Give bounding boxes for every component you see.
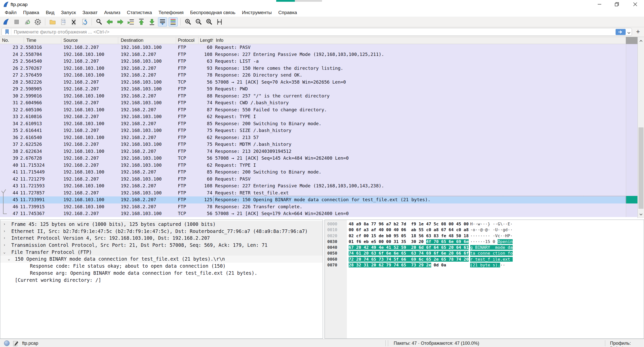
menu-item-9[interactable]: Беспроводная связь — [187, 9, 239, 16]
expander-open-icon[interactable]: ⌄ — [8, 256, 10, 263]
packet-row-23[interactable]: 232.558316192.168.2.207192.168.103.100FT… — [0, 44, 626, 51]
expander-closed-icon[interactable]: › — [3, 228, 6, 235]
colorize-packets-icon[interactable] — [169, 17, 178, 26]
column-header-time[interactable]: Time — [24, 37, 61, 44]
hex-row-0040[interactable]: 004067 20 42 49 4e 41 52 59 20 6d 6f 64 … — [325, 245, 644, 250]
packet-row-45[interactable]: 4511.733991192.168.103.100192.168.2.207F… — [0, 196, 626, 203]
zoom-in-icon[interactable] — [183, 17, 192, 26]
column-header-info[interactable]: Info — [213, 37, 626, 44]
detail-row-9[interactable]: [Current working directory: /] — [0, 277, 323, 284]
scrollbar-thumb[interactable] — [638, 127, 643, 209]
auto-scroll-icon[interactable] — [158, 17, 167, 26]
menu-item-8[interactable]: Телефония — [155, 9, 187, 16]
expert-info-icon[interactable] — [4, 340, 10, 346]
packet-row-28[interactable]: 282.582226192.168.2.207192.168.103.100TC… — [0, 79, 626, 86]
start-capture-fin-icon[interactable] — [2, 17, 11, 26]
restore-button[interactable] — [609, 0, 625, 9]
detail-row-8[interactable]: Response arg: Opening BINARY mode data c… — [0, 270, 323, 277]
go-first-packet-icon[interactable] — [137, 17, 146, 26]
hex-row-0030[interactable]: 003001 f6 eb e5 00 00 31 35 30 20 4f 70 … — [325, 239, 644, 245]
hex-row-0070[interactable]: 007028 32 31 20 62 79 74 65 73 29 2e 0d … — [325, 262, 644, 268]
packet-row-39[interactable]: 392.676728192.168.2.207192.168.103.100TC… — [0, 155, 626, 162]
detail-row-6[interactable]: ⌄150 Opening BINARY mode data connection… — [0, 256, 323, 263]
packet-row-26[interactable]: 262.570267192.168.103.100192.168.2.207FT… — [0, 65, 626, 72]
packet-row-32[interactable]: 322.605106192.168.103.100192.168.2.207FT… — [0, 107, 626, 114]
packet-row-36[interactable]: 362.616540192.168.103.100192.168.2.207FT… — [0, 134, 626, 141]
menu-item-10[interactable]: Инструменты — [239, 9, 275, 16]
minimize-button[interactable] — [591, 0, 608, 9]
packet-row-38[interactable]: 382.622634192.168.103.100192.168.2.207FT… — [0, 148, 626, 155]
capture-comment-icon[interactable] — [13, 340, 19, 346]
menu-item-6[interactable]: Анализ — [101, 9, 124, 16]
open-file-folder-icon[interactable] — [48, 17, 57, 26]
find-packet-icon[interactable] — [95, 17, 104, 26]
packet-row-27[interactable]: 272.576459192.168.103.100192.168.2.207FT… — [0, 72, 626, 79]
column-header-source[interactable]: Source — [61, 37, 118, 44]
packet-row-43[interactable]: 4311.721593192.168.103.100192.168.2.207F… — [0, 183, 626, 190]
expander-closed-icon[interactable]: › — [3, 235, 6, 242]
column-header-destination[interactable]: Destination — [118, 37, 176, 44]
expander-closed-icon[interactable]: › — [3, 221, 6, 228]
hex-row-0020[interactable]: 002002 cf 00 15 de b0 95 05 18 56 63 83 … — [325, 233, 644, 239]
intelligent-scrollbar-minimap[interactable] — [626, 44, 637, 217]
display-filter-input[interactable]: Примените фильтр отображения ... <Ctrl-/… — [2, 28, 632, 36]
go-last-packet-icon[interactable] — [147, 17, 156, 26]
add-filter-button[interactable]: + — [634, 28, 642, 35]
packet-row-47[interactable]: 4711.745367192.168.2.207192.168.103.100T… — [0, 210, 626, 217]
packet-row-34[interactable]: 342.610913192.168.103.100192.168.2.207FT… — [0, 120, 626, 127]
column-header-no[interactable]: No. — [0, 37, 24, 44]
resize-columns-icon[interactable] — [215, 17, 224, 26]
packet-row-29[interactable]: 292.598905192.168.2.207192.168.103.100FT… — [0, 86, 626, 93]
hex-row-0000[interactable]: 000048 a9 8a 77 96 a7 b2 7d f9 1e 47 5c … — [325, 221, 644, 227]
expander-open-icon[interactable]: ⌄ — [3, 249, 6, 256]
scroll-up-button[interactable] — [638, 37, 644, 45]
menu-item-4[interactable]: Запуск — [58, 9, 79, 16]
close-button[interactable] — [627, 0, 643, 9]
zoom-reset-icon[interactable] — [205, 17, 214, 26]
packet-row-31[interactable]: 312.604966192.168.2.207192.168.103.100FT… — [0, 99, 626, 107]
detail-row-3[interactable]: ›Internet Protocol Version 4, Src: 192.1… — [0, 235, 323, 242]
go-to-packet-icon[interactable] — [126, 17, 135, 26]
save-file-icon[interactable]: 01011010 — [59, 17, 68, 26]
filter-bookmark-icon[interactable] — [3, 29, 11, 35]
menu-item-5[interactable]: Захват — [79, 9, 101, 16]
menu-item-11[interactable]: Справка — [275, 9, 300, 16]
packet-row-40[interactable]: 4011.715324192.168.2.207192.168.103.100F… — [0, 162, 626, 169]
hex-row-0010[interactable]: 001000 6f a3 af 40 00 40 06 ab 55 c0 a8 … — [325, 227, 644, 233]
filter-dropdown-caret[interactable] — [627, 31, 631, 35]
zoom-out-icon[interactable] — [194, 17, 203, 26]
go-back-icon[interactable] — [105, 17, 114, 26]
go-forward-icon[interactable] — [116, 17, 125, 26]
reload-file-icon[interactable] — [80, 17, 89, 26]
detail-row-5[interactable]: ⌄File Transfer Protocol (FTP) — [0, 249, 323, 256]
restart-capture-icon[interactable] — [23, 17, 32, 26]
packet-row-37[interactable]: 372.622526192.168.2.207192.168.103.100FT… — [0, 141, 626, 148]
menu-item-3[interactable]: Вид — [43, 9, 58, 16]
packet-row-25[interactable]: 252.564540192.168.2.207192.168.103.100FT… — [0, 58, 626, 65]
column-header-length[interactable]: Length — [198, 37, 213, 44]
status-profile[interactable]: Профиль: Default — [610, 341, 644, 347]
packet-row-35[interactable]: 352.616441192.168.2.207192.168.103.100FT… — [0, 127, 626, 134]
packet-row-24[interactable]: 242.558704192.168.103.100192.168.2.207FT… — [0, 51, 626, 58]
expander-closed-icon[interactable]: › — [3, 242, 6, 249]
menu-item-1[interactable]: Файл — [2, 9, 20, 16]
menu-item-2[interactable]: Правка — [20, 9, 43, 16]
detail-row-1[interactable]: ›Frame 45: 125 bytes on wire (1000 bits)… — [0, 221, 323, 228]
scroll-down-button[interactable] — [638, 211, 644, 218]
hex-row-0060[interactable]: 006072 20 74 65 73 74 5f 66 69 6c 65 2e … — [325, 256, 644, 262]
menu-item-7[interactable]: Статистика — [124, 9, 155, 16]
packet-row-46[interactable]: 4611.739915192.168.103.100192.168.2.207F… — [0, 203, 626, 211]
detail-row-2[interactable]: ›Ethernet II, Src: b2:7d:f9:1e:47:5c (b2… — [0, 228, 323, 235]
packet-row-41[interactable]: 4111.715449192.168.103.100192.168.2.207F… — [0, 169, 626, 176]
hex-row-0050[interactable]: 005074 61 20 63 6f 6e 6e 65 63 74 69 6f … — [325, 250, 644, 256]
packet-row-33[interactable]: 332.610816192.168.2.207192.168.103.100FT… — [0, 113, 626, 120]
capture-options-gear-icon[interactable] — [33, 17, 42, 26]
packet-list-scrollbar[interactable] — [637, 37, 644, 218]
apply-filter-button[interactable] — [616, 29, 626, 35]
column-header-protocol[interactable]: Protocol — [176, 37, 198, 44]
close-file-icon[interactable] — [69, 17, 78, 26]
detail-row-7[interactable]: Response code: File status okay; about t… — [0, 263, 323, 270]
detail-row-4[interactable]: ›Transmission Control Protocol, Src Port… — [0, 242, 323, 249]
stop-capture-icon[interactable] — [12, 17, 21, 26]
packet-row-44[interactable]: 4411.727857192.168.2.207192.168.103.100F… — [0, 190, 626, 197]
